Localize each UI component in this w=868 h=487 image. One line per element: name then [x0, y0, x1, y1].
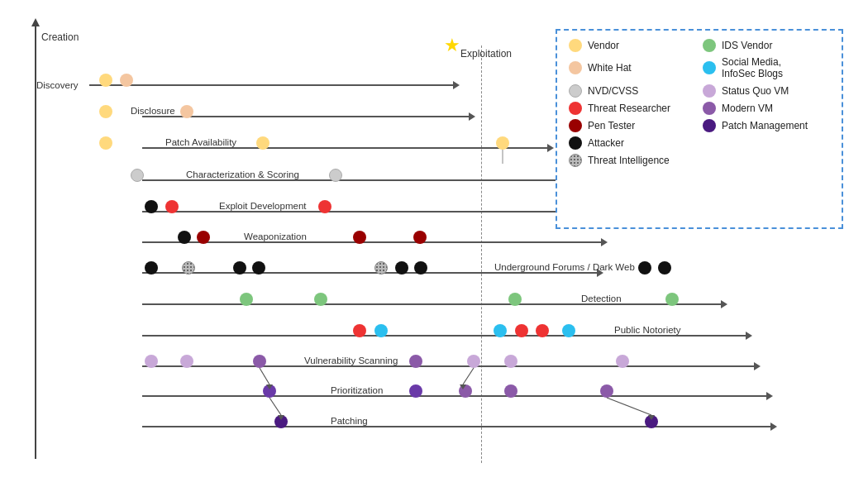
- creation-label: Creation: [41, 31, 79, 43]
- weapon-label: Weaponization: [244, 232, 307, 241]
- legend-item-attacker: Attacker: [569, 136, 696, 150]
- svg-line-5: [269, 398, 281, 415]
- exploit-row: [36, 208, 591, 216]
- dot-vs-sq1: [145, 355, 158, 368]
- dot-pri-mv5: [600, 384, 613, 398]
- dot-det-ids1: [240, 293, 253, 306]
- dot-weapon-pt2: [353, 231, 366, 244]
- legend-item-modernvm: Modern VM: [703, 102, 830, 115]
- patching-label: Patching: [331, 416, 368, 426]
- dot-not-tr1: [353, 324, 366, 337]
- svg-line-7: [607, 398, 651, 415]
- patch-label: Patch Availability: [165, 137, 236, 147]
- legend-label-ti: Threat Intelligence: [588, 155, 670, 166]
- dot-ug-atk3: [252, 261, 265, 275]
- detection-label: Detection: [581, 294, 622, 303]
- dot-pat-pm2: [645, 415, 658, 428]
- svg-line-3: [463, 368, 474, 384]
- dot-pat-pm1: [274, 415, 288, 428]
- dot-discovery-vendor: [99, 74, 112, 87]
- disclosure-label: Disclosure: [131, 106, 175, 116]
- dot-not-sm2: [494, 324, 507, 337]
- dot-ug-atk6: [638, 261, 651, 275]
- legend-item-whitehat: White Hat: [569, 56, 696, 80]
- dot-patch-vendor2: [256, 136, 269, 150]
- dot-vs-mv2: [409, 355, 422, 368]
- dot-exploit-attacker: [145, 200, 158, 213]
- legend-item-socialmedia: Social Media,InfoSec Blogs: [703, 56, 830, 80]
- dot-weapon-attacker: [178, 231, 191, 244]
- dot-vs-sq5: [616, 355, 629, 368]
- prioritization-row: [36, 392, 773, 400]
- legend-label-modernvm: Modern VM: [722, 103, 773, 114]
- dot-discovery-whitehat: [120, 74, 133, 87]
- dot-weapon-pt3: [413, 231, 427, 244]
- exploit-label: Exploit Development: [219, 201, 306, 211]
- dot-char-nvd1: [131, 169, 144, 182]
- vuln-scan-label: Vulnerability Scanning: [304, 356, 398, 365]
- dot-ug-ti1: [182, 261, 195, 275]
- notoriety-label: Public Notoriety: [614, 325, 681, 335]
- legend-label-statusquovm: Status Quo VM: [722, 85, 789, 97]
- dot-patch-vendor1: [99, 136, 112, 150]
- legend-label-pentester: Pen Tester: [588, 120, 635, 131]
- patch-row: [36, 144, 554, 152]
- legend-item-pentester: Pen Tester: [569, 119, 696, 132]
- dot-vs-sq3: [467, 355, 480, 368]
- exploitation-star: ★: [444, 35, 460, 56]
- dot-det-ids3: [508, 293, 522, 306]
- dot-vs-sq4: [504, 355, 517, 368]
- dot-vs-sq2: [180, 355, 193, 368]
- dot-not-sm1: [374, 324, 388, 337]
- patching-row: [36, 423, 777, 431]
- dot-exploit-tr1: [165, 200, 179, 213]
- legend-label-ids: IDS Vendor: [722, 40, 772, 51]
- dot-not-tr3: [536, 324, 549, 337]
- char-label: Characterization & Scoring: [186, 169, 299, 179]
- legend-label-patchmgmt: Patch Management: [722, 120, 808, 131]
- weapon-row: [36, 238, 608, 246]
- detection-row: [36, 300, 727, 308]
- dot-det-ids2: [314, 293, 327, 306]
- legend-item-patchmgmt: Patch Management: [703, 119, 830, 132]
- dot-exploit-tr2: [318, 200, 331, 213]
- legend-label-whitehat: White Hat: [588, 62, 632, 74]
- legend-item-nvd: NVD/CVSS: [569, 84, 696, 98]
- dot-ug-atk2: [233, 261, 246, 275]
- prioritization-label: Prioritization: [331, 385, 383, 395]
- legend-item-statusquovm: Status Quo VM: [703, 84, 830, 98]
- dot-pri-mv2: [409, 384, 422, 398]
- dot-ug-atk4: [395, 261, 408, 275]
- legend-item-ti: Threat Intelligence: [569, 154, 696, 167]
- legend-label-vendor: Vendor: [588, 40, 619, 51]
- svg-line-1: [260, 368, 269, 384]
- legend-item-ids: IDS Vendor: [703, 39, 830, 52]
- dot-ug-atk7: [658, 261, 671, 275]
- dot-pri-mv1: [263, 384, 276, 398]
- dot-pri-mv3: [459, 384, 472, 398]
- exploitation-divider: [481, 45, 482, 463]
- underground-label: Underground Forums / Dark Web: [494, 262, 635, 272]
- dot-ug-atk5: [414, 261, 427, 275]
- exploitation-label: Exploitation: [460, 48, 512, 60]
- dot-not-tr2: [515, 324, 528, 337]
- legend-label-socialmedia: Social Media,InfoSec Blogs: [722, 56, 783, 80]
- dot-ug-atk1: [145, 261, 158, 275]
- dot-disclosure-vendor: [99, 105, 112, 118]
- legend-box: Vendor IDS Vendor White Hat Social Media…: [556, 29, 843, 229]
- legend-label-attacker: Attacker: [588, 137, 624, 149]
- dot-char-nvd2: [329, 169, 342, 182]
- legend-label-nvd: NVD/CVSS: [588, 85, 638, 97]
- dot-ug-ti2: [374, 261, 388, 275]
- legend-item-vendor: Vendor: [569, 39, 696, 52]
- discovery-label: Discovery: [36, 80, 86, 90]
- legend-item-tr: Threat Researcher: [569, 102, 696, 115]
- dot-vs-mv1: [253, 355, 266, 368]
- dot-patch-vendor3: [496, 136, 509, 150]
- char-row: [36, 176, 570, 184]
- dot-det-ids4: [665, 293, 679, 306]
- dot-weapon-pt1: [197, 231, 210, 244]
- dot-disclosure-whitehat: [180, 105, 193, 118]
- dot-pri-mv4: [504, 384, 517, 398]
- legend-label-tr: Threat Researcher: [588, 103, 670, 114]
